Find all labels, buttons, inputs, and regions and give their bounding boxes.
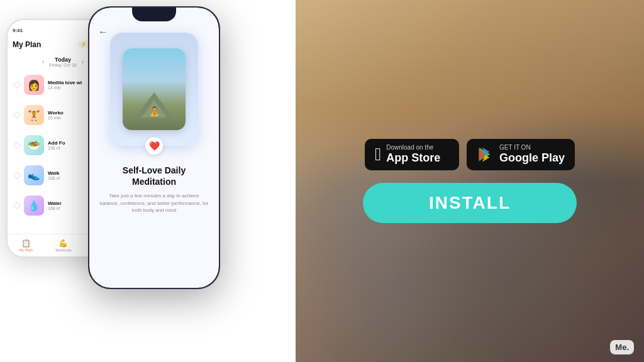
date-label: Today [49, 57, 76, 63]
next-date-arrow[interactable]: › [82, 58, 84, 65]
thumb-figure: 💧 [24, 195, 44, 216]
meditation-screen: ← 🧘 ❤️ Self-Love Daily Meditation [89, 8, 219, 288]
google-play-text: GET IT ON Google Play [499, 144, 565, 165]
meditation-card-area: 🧘 ❤️ [110, 33, 198, 146]
meditation-back-button[interactable]: ← [98, 26, 108, 38]
item-thumbnail: 👟 [24, 165, 44, 185]
status-time: 9:41 [13, 28, 23, 33]
item-thumbnail: 🥗 [24, 135, 44, 155]
meditation-figure-icon: 🧘 [149, 106, 160, 116]
nav-item-myplan[interactable]: 📋 My Plan [19, 239, 33, 252]
item-radio[interactable] [14, 202, 20, 209]
item-radio[interactable] [14, 82, 20, 88]
nav-item-workouts[interactable]: 💪 Workouts [55, 239, 71, 252]
thumb-figure: 🥗 [24, 135, 44, 155]
prev-date-arrow[interactable]: ‹ [42, 58, 44, 65]
thumb-figure: 👟 [24, 165, 44, 185]
right-content:  Download on the App Store GET IT ON Go… [296, 0, 644, 362]
phone-front: ← 🧘 ❤️ Self-Love Daily Meditation [88, 6, 220, 289]
google-play-button[interactable]: GET IT ON Google Play [467, 139, 575, 170]
thumb-figure: 👩 [24, 75, 44, 95]
app-store-button[interactable]:  Download on the App Store [365, 139, 459, 170]
heart-icon: ❤️ [149, 141, 160, 151]
store-buttons:  Download on the App Store GET IT ON Go… [365, 139, 575, 170]
right-panel:  Download on the App Store GET IT ON Go… [296, 0, 644, 362]
app-store-small-text: Download on the [386, 144, 440, 151]
lightning-icon: ⚡ [80, 41, 87, 47]
phone-front-inner: ← 🧘 ❤️ Self-Love Daily Meditation [89, 8, 219, 288]
item-radio[interactable] [14, 142, 20, 148]
item-thumbnail: 🏋️ [24, 105, 44, 125]
heart-badge[interactable]: ❤️ [145, 137, 163, 155]
nav-label-workouts: Workouts [55, 248, 71, 252]
install-button[interactable]: INSTALL [363, 183, 577, 223]
date-display: Today Friday, Oct 18 [49, 57, 76, 67]
meditation-card: 🧘 [123, 48, 186, 130]
nav-label-myplan: My Plan [19, 248, 33, 252]
google-play-small-text: GET IT ON [499, 144, 565, 151]
phone-notch [132, 8, 176, 21]
item-radio[interactable] [14, 172, 20, 178]
item-radio[interactable] [14, 112, 20, 118]
phones-container: 9:41 ▌▌▌ 🛜 ▬ My Plan ⚡ 14 [0, 0, 296, 362]
item-thumbnail: 👩 [24, 75, 44, 95]
apple-icon:  [375, 146, 381, 163]
app-store-text: Download on the App Store [386, 144, 440, 165]
google-play-icon [477, 146, 494, 163]
google-play-big-text: Google Play [499, 151, 565, 165]
app-store-big-text: App Store [386, 151, 440, 165]
workouts-icon: 💪 [58, 239, 68, 248]
date-sub: Friday, Oct 18 [49, 63, 76, 67]
thumb-figure: 🏋️ [24, 105, 44, 125]
me-logo: Me. [610, 340, 634, 354]
plan-title: My Plan [13, 40, 41, 49]
item-thumbnail: 💧 [24, 195, 44, 216]
meditation-scene [123, 48, 186, 130]
myplan-icon: 📋 [21, 239, 31, 248]
meditation-title: Self-Love Daily Meditation [89, 165, 219, 187]
meditation-description: Take just a few minutes a day to achieve… [89, 187, 219, 214]
left-panel: 9:41 ▌▌▌ 🛜 ▬ My Plan ⚡ 14 [0, 0, 296, 362]
